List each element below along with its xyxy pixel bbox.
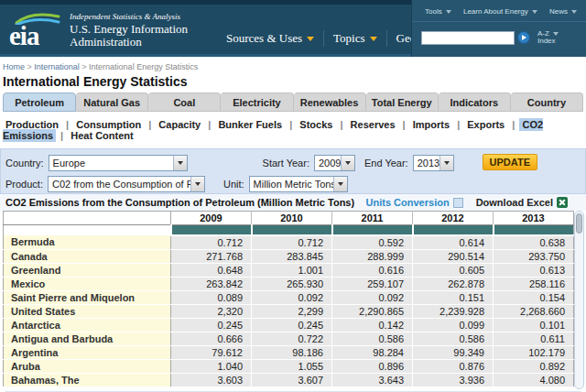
vertical-scrollbar[interactable] [574, 211, 584, 389]
subnav-item-imports[interactable]: Imports [410, 118, 452, 131]
nav-item-label: Topics [333, 31, 364, 46]
value-cell: 0.142 [332, 318, 413, 332]
value-cell: 0.151 [413, 290, 494, 304]
tab-indicators[interactable]: Indicators [439, 93, 511, 112]
nav-item-sources-uses[interactable]: Sources & Uses [217, 31, 323, 46]
value-cell: 271.768 [171, 249, 252, 263]
chevron-down-icon [532, 10, 537, 14]
table-row: Antigua and Barbuda0.6660.7220.5860.5860… [4, 332, 574, 345]
tab-renewables[interactable]: Renewables [294, 93, 366, 112]
scrollbar-thumb[interactable] [576, 213, 582, 234]
search-area: A-Z Index [412, 22, 586, 45]
table-teal-row [4, 225, 574, 235]
value-cell: 0.722 [252, 332, 332, 345]
end-year-select[interactable]: 2013 [413, 155, 454, 171]
subnav-item-capacity[interactable]: Capacity [156, 118, 203, 131]
value-cell: 0.245 [252, 318, 332, 332]
units-conversion-link[interactable]: Units Conversion [366, 197, 450, 208]
units-conversion-icon[interactable] [453, 198, 463, 208]
search-input[interactable] [421, 31, 515, 45]
update-button[interactable]: UPDATE [483, 154, 537, 170]
utility-item-tools[interactable]: Tools [425, 7, 451, 16]
value-cell: 258.116 [494, 277, 574, 290]
country-cell: United States [4, 304, 171, 318]
value-cell: 0.586 [413, 332, 494, 345]
value-cell: 1.001 [252, 263, 332, 277]
value-cell: 98.186 [252, 345, 332, 359]
value-cell: 293.750 [494, 249, 574, 263]
eia-logo[interactable]: eia [9, 10, 64, 52]
chevron-down-icon [333, 177, 347, 191]
tab-natural-gas[interactable]: Natural Gas [76, 93, 148, 112]
value-cell: 283.845 [252, 249, 332, 263]
breadcrumb-link-home[interactable]: Home [3, 62, 25, 71]
breadcrumb-link-international[interactable]: International [34, 62, 80, 71]
utility-item-news[interactable]: News [549, 7, 577, 16]
product-select[interactable]: C02 from the Consumption of Petroleum [48, 176, 205, 192]
search-submit-button[interactable] [517, 31, 530, 44]
value-cell: 0.876 [413, 359, 494, 373]
country-cell: Saint Pierre and Miquelon [4, 290, 171, 304]
value-cell: 98.284 [332, 345, 413, 359]
nav-item-topics[interactable]: Topics [324, 31, 385, 46]
tab-country[interactable]: Country [511, 93, 583, 112]
year-header-2011: 2011 [332, 212, 413, 225]
filter-row-2: Product: C02 from the Consumption of Pet… [5, 176, 348, 192]
content-area: Home > International > International Ene… [0, 57, 586, 392]
subnav-item-exports[interactable]: Exports [464, 118, 507, 131]
chevron-down-icon [370, 37, 377, 41]
value-cell: 288.999 [332, 249, 413, 263]
value-cell: 2,320 [171, 304, 252, 318]
excel-icon[interactable] [557, 197, 568, 208]
agency-name: U.S. Energy Information Administration [70, 23, 188, 49]
tab-electricity[interactable]: Electricity [221, 93, 293, 112]
table-row: Argentina79.61298.18698.28499.349102.179 [4, 345, 574, 359]
subnav-item-stocks[interactable]: Stocks [297, 118, 335, 131]
value-cell: 102.179 [494, 345, 574, 359]
value-cell: 0.092 [332, 290, 413, 304]
country-cell: Antarctica [4, 318, 171, 332]
country-cell: Greenland [4, 263, 171, 277]
country-cell: Canada [4, 249, 171, 263]
download-excel-link[interactable]: Download Excel [476, 197, 553, 208]
page: eia Independent Statistics & Analysis U.… [0, 0, 586, 392]
teal-cell [494, 225, 574, 235]
value-cell: 3.607 [252, 373, 332, 387]
value-cell: 0.712 [171, 235, 252, 250]
tab-coal[interactable]: Coal [148, 93, 221, 112]
value-cell: 0.666 [171, 332, 252, 345]
site-header: eia Independent Statistics & Analysis U.… [0, 5, 586, 57]
country-cell: Argentina [4, 345, 171, 359]
az-index-link[interactable]: A-Z Index [537, 30, 559, 45]
utility-item-learn-about-energy[interactable]: Learn About Energy [463, 7, 537, 16]
tab-total-energy[interactable]: Total Energy [366, 93, 439, 112]
table-row: Bahamas, The3.6033.6073.6433.9364.080 [4, 373, 574, 387]
table-corner-cell [4, 212, 171, 225]
table-header-bar: CO2 Emissions from the Consumption of Pe… [0, 194, 586, 211]
subnav-item-heat-content[interactable]: Heat Content [68, 129, 136, 142]
chevron-down-icon [190, 177, 204, 191]
subnav-item-bunker-fuels[interactable]: Bunker Fuels [215, 118, 285, 131]
subnav-item-reserves[interactable]: Reserves [348, 118, 398, 131]
value-cell: 1.040 [171, 359, 252, 373]
filter-panel: Country: Europe Start Year: 2009 End Yea… [0, 148, 586, 194]
start-year-select[interactable]: 2009 [314, 155, 355, 171]
value-cell: 0.614 [413, 235, 494, 250]
chevron-down-icon [553, 32, 559, 36]
breadcrumb-current: International Energy Statistics [89, 62, 198, 71]
agency-line-1: U.S. Energy Information [70, 23, 188, 36]
utility-item-label: News [549, 7, 568, 16]
chevron-down-icon [446, 10, 451, 14]
filter-row-1: Country: Europe Start Year: 2009 End Yea… [5, 155, 454, 171]
country-select[interactable]: Europe [49, 155, 188, 171]
value-cell: 0.605 [413, 263, 494, 277]
value-cell: 0.089 [171, 290, 252, 304]
chevron-down-icon [341, 156, 354, 170]
value-cell: 0.896 [332, 359, 413, 373]
tab-petroleum[interactable]: Petroleum [3, 93, 76, 112]
value-cell: 0.592 [332, 235, 413, 250]
value-cell: 262.878 [413, 277, 494, 290]
unit-select[interactable]: Million Metric Tons [249, 176, 348, 192]
data-table-viewport: 20092010201120122013 Bermuda0.7120.7120.… [3, 211, 586, 389]
subnav-separator: | [287, 119, 295, 130]
